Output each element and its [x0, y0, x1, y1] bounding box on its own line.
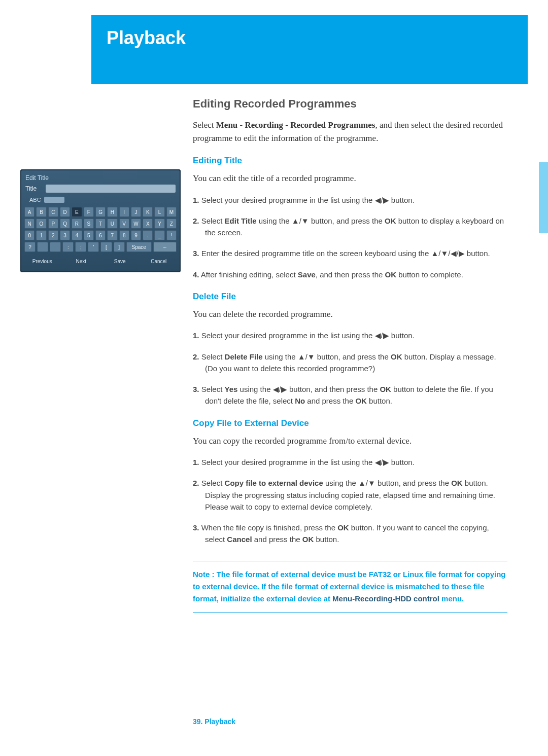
mock-field-label: Title: [25, 185, 43, 192]
mock-key: 9: [131, 230, 141, 240]
mock-key: B: [36, 207, 46, 217]
step-item: 1. Select your desired programme in the …: [193, 330, 507, 341]
mock-key: !: [166, 230, 177, 240]
mock-key: .: [143, 230, 153, 240]
mock-key: S: [84, 219, 94, 229]
step-item: 3. When the file copy is finished, press…: [193, 522, 507, 546]
mock-key: D: [60, 207, 70, 217]
mock-key: Z: [166, 219, 177, 229]
mock-key: F: [84, 207, 94, 217]
mock-action-button: Cancel: [141, 256, 177, 266]
mock-window-title: Edit Title: [24, 174, 177, 182]
body-copy-file: You can copy the recorded programme from…: [193, 435, 507, 448]
mock-key: 8: [119, 230, 129, 240]
mock-key: W: [131, 219, 141, 229]
mock-key: ]: [114, 242, 125, 252]
mock-key: K: [143, 207, 153, 217]
step-item: 4. After finishing editing, select Save,…: [193, 269, 507, 280]
mock-key: 3: [60, 230, 70, 240]
mock-key: U: [107, 219, 117, 229]
mock-action-button: Previous: [24, 256, 60, 266]
step-item: 2. Select Copy file to external device u…: [193, 477, 507, 513]
mock-key: [37, 242, 48, 252]
subheading-editing-title: Editing Title: [193, 156, 507, 166]
mock-key: A: [24, 207, 35, 217]
steps-copy-file: 1. Select your desired programme in the …: [193, 456, 507, 546]
step-item: 3. Select Yes using the ◀/▶ button, and …: [193, 383, 507, 407]
chapter-banner: Playback: [91, 15, 528, 84]
mock-mode-field: [44, 197, 64, 203]
mock-key: Y: [154, 219, 164, 229]
mock-key: C: [48, 207, 58, 217]
step-item: 1. Select your desired programme in the …: [193, 194, 507, 206]
mock-action-button: Next: [63, 256, 99, 266]
mock-key: L: [154, 207, 164, 217]
mock-key: X: [143, 219, 153, 229]
mock-key: P: [48, 219, 58, 229]
steps-editing-title: 1. Select your desired programme in the …: [193, 194, 507, 280]
mock-key: 4: [72, 230, 82, 240]
mock-key: [: [100, 242, 112, 252]
mock-key: V: [119, 219, 129, 229]
subheading-copy-file: Copy File to External Device: [193, 418, 507, 428]
mock-key: T: [95, 219, 106, 229]
step-item: 2. Select Edit Title using the ▲/▼ butto…: [193, 215, 507, 239]
mock-key: 6: [95, 230, 106, 240]
mock-keyboard: ABCDEFGHIJKLMNOPQRSTUVWXYZ0123456789._!?…: [24, 207, 177, 252]
mock-key: :: [62, 242, 74, 252]
mock-key: ;: [75, 242, 86, 252]
mock-key: O: [36, 219, 46, 229]
mock-key: 0: [24, 230, 35, 240]
mock-key: N: [24, 219, 35, 229]
page-footer: 39. Playback: [193, 717, 235, 726]
mock-key: M: [166, 207, 177, 217]
intro-paragraph: Select Menu - Recording - Recorded Progr…: [193, 119, 507, 145]
step-item: 3. Enter the desired programme title on …: [193, 247, 507, 259]
mock-key: 5: [84, 230, 94, 240]
edit-title-screenshot: Edit Title Title ABC ABCDEFGHIJKLMNOPQRS…: [20, 169, 181, 272]
mock-key: ': [88, 242, 99, 252]
mock-key: 1: [36, 230, 46, 240]
mock-key: I: [119, 207, 129, 217]
body-delete-file: You can delete the recorded programme.: [193, 308, 507, 321]
mock-key: 7: [107, 230, 117, 240]
mock-key: Q: [60, 219, 70, 229]
mock-key: J: [131, 207, 141, 217]
mock-mode-label: ABC: [29, 197, 41, 203]
body-editing-title: You can edit the title of a recorded pro…: [193, 172, 507, 185]
mock-button-row: PreviousNextSaveCancel: [24, 256, 177, 266]
mock-key: G: [95, 207, 106, 217]
mock-action-button: Save: [102, 256, 138, 266]
mock-key: E: [72, 207, 82, 217]
mock-key: H: [107, 207, 117, 217]
mock-key: [50, 242, 61, 252]
step-item: 2. Select Delete File using the ▲/▼ butt…: [193, 351, 507, 375]
steps-delete-file: 1. Select your desired programme in the …: [193, 330, 507, 407]
mock-key: R: [72, 219, 82, 229]
note-block: Note : The file format of external devic…: [193, 561, 507, 613]
mock-key: Space: [126, 242, 152, 252]
subheading-delete-file: Delete File: [193, 292, 507, 302]
step-item: 1. Select your desired programme in the …: [193, 456, 507, 468]
mock-key: _: [154, 230, 164, 240]
page-side-tab: [539, 162, 548, 233]
mock-key: ?: [24, 242, 36, 252]
chapter-title: Playback: [107, 27, 186, 48]
mock-key: ←: [153, 242, 177, 252]
mock-title-input: [46, 185, 176, 193]
section-title: Editing Recorded Programmes: [193, 97, 507, 111]
mock-key: 2: [48, 230, 58, 240]
